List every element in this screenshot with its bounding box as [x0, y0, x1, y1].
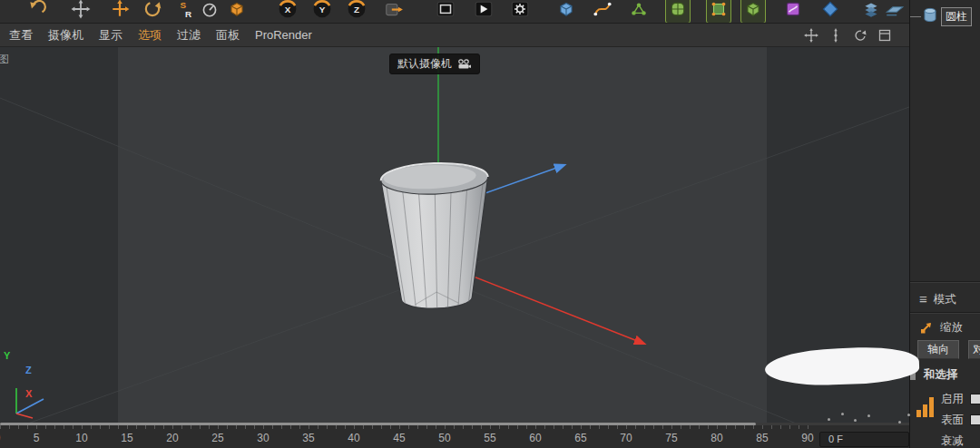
timeline-tick-label: 75: [659, 432, 684, 444]
attributes-mode-menu[interactable]: ≡ 模式: [910, 288, 980, 310]
menu-prorender[interactable]: ProRender: [255, 28, 312, 42]
annotation-dot: [828, 418, 830, 421]
primitive-cube-icon[interactable]: [554, 0, 578, 23]
menu-panel[interactable]: 面板: [216, 27, 240, 44]
timeline-tick-label: 55: [477, 432, 503, 444]
svg-text:Y: Y: [319, 5, 326, 15]
move-tool-icon[interactable]: [108, 0, 132, 23]
x-axis-lock-icon[interactable]: X: [276, 0, 299, 23]
cylinder-object: [380, 161, 493, 310]
annotation-dot: [841, 413, 844, 415]
menu-view[interactable]: 查看: [9, 27, 33, 44]
timeline-tick-label: 35: [296, 432, 321, 444]
timeline-tick-label: 5: [24, 432, 49, 444]
render-view-icon[interactable]: [434, 0, 457, 23]
menu-filter[interactable]: 过滤: [177, 27, 201, 44]
timeline-tick-label: 10: [69, 432, 94, 444]
points-mode-icon[interactable]: [707, 0, 730, 23]
gizmo-y-label: Y: [4, 350, 10, 361]
render-picture-viewer-icon[interactable]: [472, 0, 495, 23]
timeline-tick-label: 15: [114, 432, 140, 444]
row-surface: 表面: [910, 410, 980, 430]
viewport-maximize-icon[interactable]: [877, 27, 893, 44]
menu-camera[interactable]: 摄像机: [48, 27, 83, 44]
axis-x-line: [448, 267, 644, 344]
hamburger-menu-icon: ≡: [919, 295, 927, 304]
timeline-tick-label: 45: [387, 432, 412, 444]
svg-text:R: R: [185, 9, 191, 19]
floor-icon[interactable]: [883, 0, 906, 23]
row-enable: 启用: [910, 389, 980, 409]
object-item-cylinder[interactable]: 圆柱: [941, 7, 972, 26]
model-cube-icon[interactable]: [225, 0, 249, 23]
timeline-tick-label: 65: [568, 432, 593, 444]
gizmo-x-label: X: [25, 388, 32, 399]
group-header-soft-selection[interactable]: 和选择: [910, 365, 980, 385]
rotate-tool-icon[interactable]: [141, 0, 164, 23]
scale-rotate-sr-icon[interactable]: SR: [174, 0, 198, 23]
svg-text:X: X: [285, 5, 291, 15]
layers-icon[interactable]: [859, 0, 883, 23]
timeline-tick-label: 70: [613, 432, 639, 444]
mograph-icon[interactable]: [627, 0, 651, 23]
viewport-rotate-icon[interactable]: [852, 27, 868, 44]
scale-tool-icon: [919, 320, 934, 335]
timeline-tick-label: 0: [0, 432, 10, 444]
spline-pen-icon[interactable]: [591, 0, 614, 23]
camera-label-text: 默认摄像机: [397, 56, 452, 72]
top-toolbar: SR X Y Z: [0, 0, 909, 24]
camera-icon: [457, 59, 472, 69]
z-axis-lock-icon[interactable]: Z: [345, 0, 368, 23]
timeline-tick-label: 20: [160, 432, 185, 444]
panel-divider-2: [910, 312, 980, 314]
annotation-dot: [898, 421, 901, 424]
tree-connector: [910, 16, 921, 17]
pan-tool-icon[interactable]: [69, 0, 93, 23]
model-mode-icon[interactable]: [666, 0, 690, 23]
timeline-tick-label: 50: [432, 432, 457, 444]
timeline-ruler[interactable]: 051015202530354045505560657075808590: [0, 425, 817, 448]
annotation-dot: [867, 414, 870, 417]
current-frame-field[interactable]: 0 F: [819, 432, 909, 447]
deformer-icon[interactable]: [781, 0, 805, 23]
tab-soft-selection-clipped[interactable]: 对: [968, 340, 980, 359]
timeline-tick-label: 85: [750, 432, 775, 444]
right-panel: 圆柱 ≡ 模式 缩放 轴向 对 和选择 启用 表面: [909, 0, 980, 448]
view-label: 视图: [0, 52, 9, 67]
annotation-dot: [907, 414, 910, 416]
polygons-mode-icon[interactable]: [741, 0, 765, 23]
timeline-tick-label: 90: [795, 432, 820, 444]
viewport-nav-icons: [803, 27, 900, 44]
surface-checkbox[interactable]: [970, 414, 980, 425]
render-settings-icon[interactable]: [508, 0, 532, 23]
workplane-icon[interactable]: [382, 0, 406, 23]
menu-display[interactable]: 显示: [99, 27, 122, 44]
timeline-tick-label: 25: [205, 432, 230, 444]
panel-divider: [910, 281, 980, 283]
cylinder-object-icon[interactable]: [922, 6, 938, 24]
y-axis-lock-icon[interactable]: Y: [310, 0, 334, 23]
annotation-dot: [854, 419, 857, 422]
viewport-zoom-icon[interactable]: [828, 27, 844, 44]
volume-icon[interactable]: [818, 0, 842, 23]
timeline-tick-label: 40: [341, 432, 367, 444]
camera-label[interactable]: 默认摄像机: [389, 54, 480, 74]
undo-icon[interactable]: [25, 0, 49, 23]
tab-axis[interactable]: 轴向: [917, 340, 959, 359]
viewport-pan-icon[interactable]: [803, 27, 819, 44]
timeline-tick-label: 30: [250, 432, 276, 444]
application-window: SR X Y Z: [0, 0, 980, 448]
snap-icon[interactable]: [198, 0, 221, 23]
timeline-tick-label: 80: [704, 432, 730, 444]
enable-checkbox[interactable]: [970, 394, 980, 404]
tool-title-row[interactable]: 缩放: [910, 317, 980, 338]
svg-text:Z: Z: [354, 5, 359, 15]
timeline-tick-label: 60: [523, 432, 548, 444]
row-falloff: 衰减: [910, 431, 980, 448]
timeline: 051015202530354045505560657075808590 0 F: [0, 423, 909, 448]
gizmo-z-label: Z: [25, 365, 32, 375]
viewport-menu-bar: 查看 摄像机 显示 选项 过滤 面板 ProRender: [0, 24, 909, 47]
menu-options[interactable]: 选项: [138, 27, 162, 44]
